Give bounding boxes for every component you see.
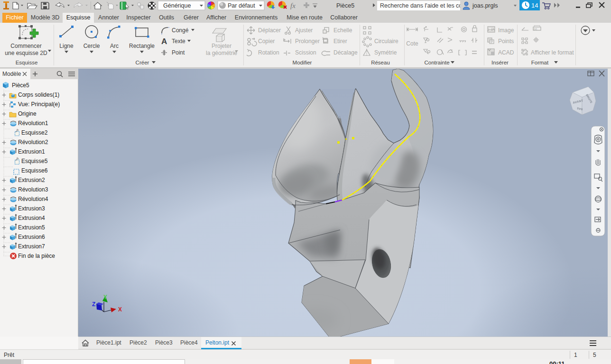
svg-text:Projeter: Projeter — [212, 43, 231, 49]
svg-text:Format: Format — [531, 60, 549, 65]
svg-text:Extrusion4: Extrusion4 — [18, 215, 45, 221]
svg-text:Extrusion2: Extrusion2 — [18, 177, 45, 183]
svg-text:X: X — [118, 306, 122, 313]
svg-text:Ligne: Ligne — [59, 43, 74, 49]
svg-text:Z: Z — [92, 301, 95, 308]
svg-text:Révolution2: Révolution2 — [18, 139, 48, 146]
svg-text:Modèle: Modèle — [2, 71, 21, 77]
svg-text:Ajuster: Ajuster — [295, 27, 313, 34]
svg-text:Texte: Texte — [172, 38, 185, 45]
svg-text:Générique: Générique — [163, 2, 191, 9]
svg-text:Extrusion7: Extrusion7 — [18, 243, 45, 250]
svg-text:Cercle: Cercle — [83, 43, 100, 49]
svg-text:Prolonger: Prolonger — [295, 38, 320, 45]
svg-text:Congé: Congé — [172, 27, 189, 34]
svg-text:Extrusion3: Extrusion3 — [18, 205, 45, 212]
svg-text:Etirer: Etirer — [333, 38, 347, 45]
svg-text:Esquisse2: Esquisse2 — [21, 129, 48, 136]
svg-text:Révolution3: Révolution3 — [18, 186, 48, 193]
svg-text:Points: Points — [498, 38, 514, 45]
svg-text:Pièce5: Pièce5 — [12, 82, 29, 89]
svg-text:Copier: Copier — [258, 38, 275, 45]
svg-text:Pièce5: Pièce5 — [336, 2, 354, 9]
svg-text:Arc: Arc — [110, 43, 119, 49]
svg-text:Recherche dans l'aide et les c: Recherche dans l'aide et les com — [380, 2, 467, 9]
svg-text:Commencer: Commencer — [10, 43, 41, 49]
svg-text:Décalage: Décalage — [333, 49, 358, 56]
svg-text:Vue: Principal(e): Vue: Principal(e) — [18, 101, 60, 108]
svg-text:Révolution4: Révolution4 — [18, 196, 48, 202]
svg-text:Point: Point — [172, 49, 185, 56]
svg-text:Rotation: Rotation — [258, 49, 279, 56]
svg-text:Echelle: Echelle — [333, 27, 352, 34]
svg-text:Scission: Scission — [295, 49, 316, 56]
svg-text:Esquisse6: Esquisse6 — [21, 167, 48, 174]
svg-text:une esquisse 2D: une esquisse 2D — [5, 50, 47, 56]
svg-text:Réseau: Réseau — [371, 60, 390, 65]
svg-text:Origine: Origine — [18, 110, 37, 117]
svg-text:Cote: Cote — [406, 40, 418, 47]
svg-text:Insérer: Insérer — [491, 60, 509, 65]
svg-text:Modifier: Modifier — [293, 60, 312, 65]
svg-text:Afficher le format: Afficher le format — [531, 49, 574, 56]
svg-text:ACAD: ACAD — [498, 49, 514, 56]
svg-text:{x}: {x} — [534, 27, 537, 30]
svg-text:Déplacer: Déplacer — [258, 27, 281, 34]
svg-text:14: 14 — [531, 2, 538, 9]
svg-text:Image: Image — [498, 27, 514, 34]
svg-text:fx: fx — [290, 2, 296, 9]
svg-text:Contrainte: Contrainte — [424, 60, 449, 65]
svg-text:Extrusion6: Extrusion6 — [18, 234, 45, 240]
svg-text:Symétrie: Symétrie — [374, 49, 397, 56]
svg-text:Y: Y — [103, 294, 107, 300]
svg-text:Circulaire: Circulaire — [374, 38, 398, 45]
svg-text:Extrusion1: Extrusion1 — [18, 148, 45, 155]
svg-text:Fin de la pièce: Fin de la pièce — [18, 253, 55, 259]
svg-text:Créer: Créer — [136, 60, 149, 65]
svg-text:Rectangle: Rectangle — [129, 43, 155, 49]
svg-text:Extrusion5: Extrusion5 — [18, 224, 45, 231]
svg-text:Esquisse: Esquisse — [16, 60, 38, 65]
svg-text:Par défaut: Par défaut — [228, 2, 255, 9]
svg-text:Corps solides(1): Corps solides(1) — [18, 91, 59, 98]
svg-text:Esquisse5: Esquisse5 — [21, 158, 48, 164]
svg-text:Révolution1: Révolution1 — [18, 120, 48, 127]
svg-text:la géométrie: la géométrie — [206, 50, 237, 56]
svg-text:A: A — [161, 37, 167, 46]
svg-text:joas.prgls: joas.prgls — [472, 2, 498, 9]
